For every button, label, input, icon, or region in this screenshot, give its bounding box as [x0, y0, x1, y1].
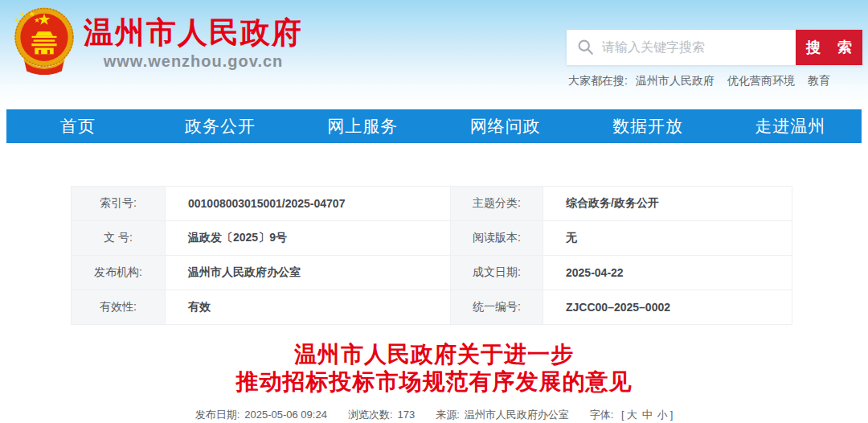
meta-label-issue-date: 成文日期:: [451, 256, 543, 290]
font-size-large-button[interactable]: 大: [627, 409, 637, 421]
search-icon: [577, 39, 594, 55]
meta-label-read-version: 阅读版本:: [451, 221, 543, 256]
hot-search-row: 大家都在搜: 温州市人民政府 优化营商环境 教育: [568, 74, 843, 88]
view-count: 浏览次数:173: [348, 408, 415, 422]
search-area: 搜 索: [567, 30, 862, 65]
font-size-label: 字体:: [590, 409, 614, 421]
nav-item-open-data[interactable]: 数据开放: [576, 109, 719, 143]
site-brand[interactable]: 温州市人民政府 www.wenzhou.gov.cn: [13, 5, 303, 77]
font-size-controls: 字体: [大中小]: [590, 408, 674, 422]
nav-item-home[interactable]: 首页: [6, 109, 149, 143]
main-navbar: 首页 政务公开 网上服务 网络问政 数据开放 走进温州: [6, 109, 862, 143]
hot-search-link-2[interactable]: 优化营商环境: [727, 74, 795, 88]
doc-meta-table: 索引号: 001008003015001/2025-04707 主题分类: 综合…: [71, 186, 792, 325]
article-meta-line: 发布日期:2025-05-06 09:24 浏览次数:173 来源:温州市人民政…: [0, 408, 868, 422]
table-row: 发布机构: 温州市人民政府办公室 成文日期: 2025-04-22: [72, 256, 792, 290]
nav-item-gov-info[interactable]: 政务公开: [149, 109, 291, 143]
meta-label-doc-no: 文 号:: [72, 221, 166, 256]
search-button[interactable]: 搜 索: [796, 30, 862, 65]
meta-label-topic: 主题分类:: [451, 187, 543, 221]
site-title: 温州市人民政府: [84, 18, 303, 48]
meta-label-unified-no: 统一编号:: [451, 290, 543, 325]
page-title: 温州市人民政府关于进一步 推动招标投标市场规范有序发展的意见: [0, 341, 868, 396]
hot-search-link-3[interactable]: 教育: [808, 74, 830, 88]
meta-value-issuing-org: 温州市人民政府办公室: [166, 256, 451, 290]
bracket-open: [: [621, 409, 624, 421]
meta-value-validity: 有效: [166, 290, 451, 325]
source: 来源:温州市人民政府办公室: [436, 408, 569, 422]
meta-label-validity: 有效性:: [72, 290, 166, 325]
bracket-close: ]: [670, 409, 674, 421]
nav-item-online-politics[interactable]: 网络问政: [434, 109, 576, 143]
meta-value-unified-no: ZJCC00–2025–0002: [543, 290, 792, 325]
site-header: 温州市人民政府 www.wenzhou.gov.cn 搜 索 大家都在搜: 温州…: [0, 0, 868, 109]
search-input[interactable]: [567, 30, 796, 65]
meta-label-issuing-org: 发布机构:: [72, 256, 166, 290]
meta-label-index-no: 索引号:: [72, 187, 166, 221]
font-size-medium-button[interactable]: 中: [642, 409, 653, 421]
meta-value-read-version: 无: [543, 221, 792, 256]
publish-date: 发布日期:2025-05-06 09:24: [195, 408, 327, 422]
hot-search-label: 大家都在搜:: [568, 74, 628, 88]
page-title-line1: 温州市人民政府关于进一步: [0, 341, 868, 368]
table-row: 索引号: 001008003015001/2025-04707 主题分类: 综合…: [72, 187, 792, 221]
meta-value-topic: 综合政务/政务公开: [543, 187, 792, 221]
meta-value-doc-no: 温政发〔2025〕9号: [166, 221, 451, 256]
nav-item-online-service[interactable]: 网上服务: [292, 109, 434, 143]
hot-search-link-1[interactable]: 温州市人民政府: [636, 74, 714, 88]
national-emblem-icon: [13, 5, 76, 77]
site-url: www.wenzhou.gov.cn: [84, 52, 303, 71]
table-row: 文 号: 温政发〔2025〕9号 阅读版本: 无: [72, 221, 792, 256]
font-size-small-button[interactable]: 小: [657, 409, 668, 421]
table-row: 有效性: 有效 统一编号: ZJCC00–2025–0002: [72, 290, 792, 325]
nav-item-about-wenzhou[interactable]: 走进温州: [719, 109, 862, 143]
meta-value-issue-date: 2025-04-22: [543, 256, 792, 290]
meta-value-index-no: 001008003015001/2025-04707: [166, 187, 451, 221]
page-title-line2: 推动招标投标市场规范有序发展的意见: [0, 368, 868, 396]
